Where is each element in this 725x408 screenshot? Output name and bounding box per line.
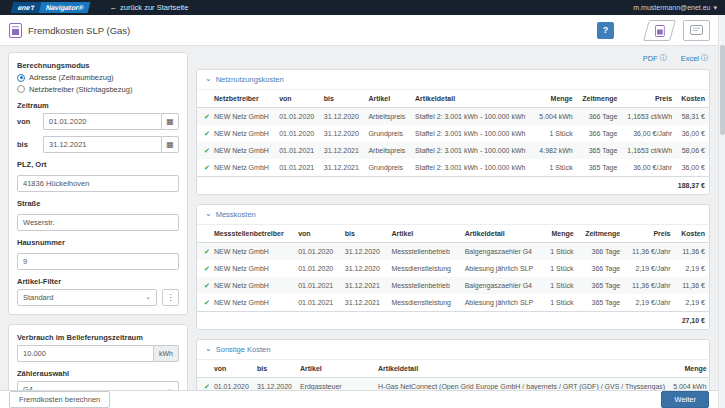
next-button[interactable]: Weiter (661, 391, 709, 408)
artikel-filter-menu-button[interactable]: ⋮ (162, 289, 179, 306)
radio-adresse[interactable]: Adresse (Zeitraumbezug) (17, 73, 179, 82)
strasse-label: Straße (17, 199, 179, 208)
table-cell: 2,19 €/Jahr (624, 294, 674, 312)
table-cell: Staffel 2: 3.001 kWh - 100.000 kWh (411, 159, 534, 177)
info-icon: ⓘ (701, 53, 708, 63)
page-header: Fremdkosten SLP (Gas) ? (0, 15, 725, 46)
excel-export-link[interactable]: Excel ⓘ (681, 53, 708, 63)
table-cell: 36,00 €/Jahr (621, 159, 676, 177)
footer-bar: Fremdkosten berechnen Weiter (0, 390, 718, 408)
section-messkosten: ⌄ Messkosten MessstellenbetreibervonbisA… (196, 204, 710, 330)
artikel-filter-select[interactable]: Standard ⌄ (17, 289, 157, 306)
purple-file-icon (655, 24, 665, 36)
section-total-value: 188,37 € (197, 177, 709, 195)
date-von-input[interactable] (43, 113, 161, 130)
table-cell: 1 Stück (534, 125, 577, 142)
table-cell: 01.01.2020 (275, 125, 320, 142)
table-header-row: MessstellenbetreibervonbisArtikelArtikel… (197, 225, 709, 243)
date-bis-input[interactable] (43, 136, 161, 153)
section-title-sonstige-kosten[interactable]: ⌄ Sonstige Kosten (197, 340, 709, 360)
verbrauch-input[interactable] (17, 345, 153, 362)
table-cell: 31.12.2021 (320, 142, 365, 159)
table-cell: 1,1653 ct/kWh (621, 108, 676, 126)
excel-label: Excel (681, 54, 699, 63)
column-header: von (294, 225, 341, 243)
chevron-down-icon: ⌄ (205, 346, 212, 351)
table-cell: 31.12.2021 (320, 159, 365, 177)
column-header: Artikeldetail (461, 225, 544, 243)
logo-secondary: Navigator® (39, 2, 91, 13)
user-menu[interactable]: m.mustermann@enet.eu ▾ (633, 4, 717, 12)
column-header: Artikel (296, 360, 374, 378)
radio-adresse-control[interactable] (17, 74, 25, 82)
table-cell: 365 Tage (577, 159, 622, 177)
table-cell: Messdienstleistung (387, 294, 460, 312)
column-header: Artikel (387, 225, 460, 243)
back-to-start-link[interactable]: ← zurück zur Startseite (110, 3, 189, 12)
zaehlerauswahl-select[interactable]: G4 ⌄ (17, 381, 179, 391)
sonstige-kosten-table: vonbisArtikelArtikeldetailMengePreisKost… (197, 360, 710, 390)
app-logo[interactable]: ene't Navigator® (12, 2, 90, 13)
verbrauch-label: Verbrauch im Belieferungszeitraum (17, 333, 179, 342)
table-cell: NEW Netz GmbH (210, 243, 294, 261)
table-cell: 31.12.2021 (341, 294, 388, 312)
table-cell: 01.01.2020 (294, 260, 341, 277)
table-cell: 2,19 € (675, 260, 709, 277)
row-ok-check-icon: ✔ (197, 260, 210, 277)
table-cell: 01.01.2020 (210, 378, 253, 391)
check-column-header (197, 90, 210, 108)
artikel-filter-label: Artikel-Filter (17, 277, 179, 286)
table-cell: 1 Stück (544, 260, 578, 277)
calculate-button[interactable]: Fremdkosten berechnen (9, 391, 110, 408)
radio-netzbetreiber[interactable]: Netzbetreiber (Stichtagsbezug) (17, 85, 179, 94)
plz-ort-input[interactable] (17, 175, 179, 192)
table-cell: Erdgassteuer (296, 378, 374, 391)
content-area: Berechnungsmodus Adresse (Zeitraumbezug)… (0, 46, 718, 390)
table-cell: Arbeitspreis (364, 108, 411, 126)
chevron-down-icon: ⌄ (205, 211, 212, 216)
top-navbar: ene't Navigator® ← zurück zur Startseite… (0, 0, 725, 15)
scrollbar-thumb[interactable] (720, 45, 725, 135)
vertical-scrollbar[interactable] (718, 15, 725, 408)
table-row: ✔01.01.202031.12.2020ErdgassteuerH-Gas N… (197, 378, 710, 391)
table-cell: NEW Netz GmbH (210, 260, 294, 277)
netznutzungskosten-table: NetzbetreibervonbisArtikelArtikeldetailM… (197, 90, 709, 194)
table-cell: Balgengaszaehler G4 (461, 243, 544, 261)
section-title-netznutzungskosten[interactable]: ⌄ Netznutzungskosten (197, 70, 709, 90)
strasse-input[interactable] (17, 214, 179, 231)
table-cell: NEW Netz GmbH (210, 294, 294, 312)
pdf-export-link[interactable]: PDF ⓘ (643, 53, 667, 63)
user-email: m.mustermann@enet.eu (633, 4, 710, 11)
column-header: Kosten (675, 225, 709, 243)
section-netznutzungskosten: ⌄ Netznutzungskosten Netzbetreibervonbis… (196, 69, 710, 195)
back-link-label: zurück zur Startseite (120, 3, 188, 12)
column-header: Artikeldetail (374, 360, 669, 378)
table-cell: 01.01.2020 (275, 108, 320, 126)
radio-netzbetreiber-control[interactable] (17, 85, 25, 93)
document-tab[interactable] (643, 20, 676, 41)
section-title-messkosten[interactable]: ⌄ Messkosten (197, 205, 709, 225)
column-header: von (210, 360, 253, 378)
column-header: Artikeldetail (411, 90, 534, 108)
table-cell: 365 Tage (578, 294, 625, 312)
table-cell: 01.01.2020 (294, 243, 341, 261)
calendar-icon[interactable]: ▦ (161, 136, 179, 153)
calendar-icon[interactable]: ▦ (161, 113, 179, 130)
table-cell: 1 Stück (544, 294, 578, 312)
zeitraum-label: Zeitraum (17, 101, 179, 110)
column-header: Artikel (364, 90, 411, 108)
header-actions: ? (597, 20, 716, 41)
column-header: Kosten (676, 90, 709, 108)
book-icon (690, 25, 703, 35)
hausnummer-input[interactable] (17, 253, 179, 270)
table-cell: 31.12.2020 (341, 260, 388, 277)
table-cell: 1,1653 ct/kWh (621, 142, 676, 159)
table-cell: 31.12.2020 (341, 243, 388, 261)
table-cell: Staffel 2: 3.001 kWh - 100.000 kWh (411, 108, 534, 126)
table-cell: NEW Netz GmbH (210, 277, 294, 294)
back-arrow-icon: ← (110, 3, 118, 12)
table-cell: 01.01.2021 (294, 294, 341, 312)
manual-tab[interactable] (683, 20, 710, 41)
pdf-label: PDF (643, 54, 658, 63)
help-button[interactable]: ? (597, 22, 614, 39)
